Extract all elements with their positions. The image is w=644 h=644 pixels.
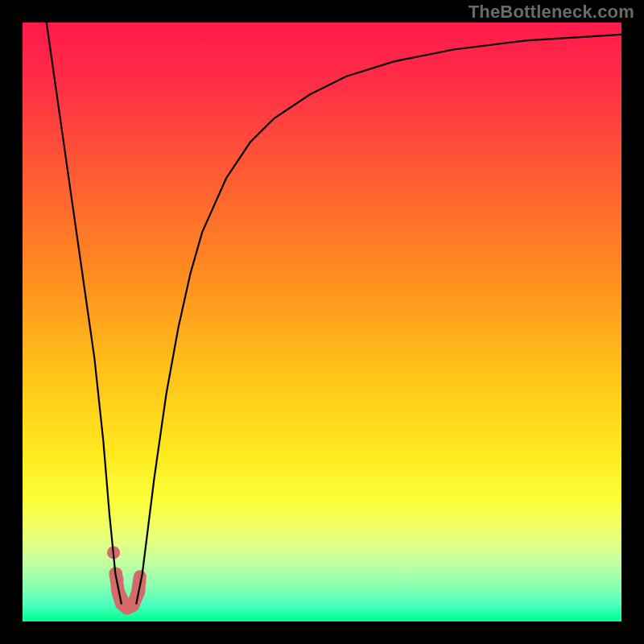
watermark-text: TheBottleneck.com <box>469 2 634 23</box>
plot-background <box>23 23 621 621</box>
chart-frame: TheBottleneck.com <box>0 0 644 644</box>
bottleneck-chart <box>0 0 644 644</box>
